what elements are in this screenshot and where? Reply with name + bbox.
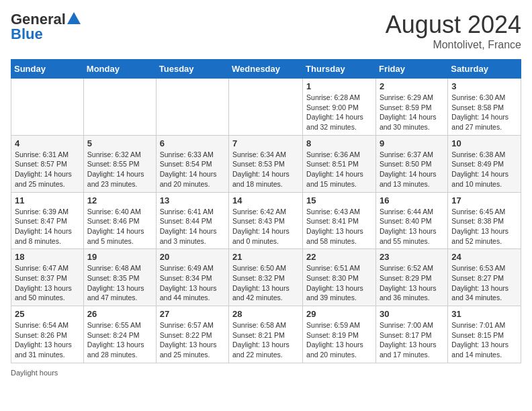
day-info: Sunrise: 6:53 AMSunset: 8:27 PMDaylight:… <box>451 263 517 303</box>
day-info: Sunrise: 6:31 AMSunset: 8:57 PMDaylight:… <box>15 150 80 189</box>
calendar-cell: 13Sunrise: 6:41 AMSunset: 8:44 PMDayligh… <box>156 192 228 249</box>
day-number: 3 <box>451 81 517 91</box>
svg-marker-0 <box>67 12 81 24</box>
calendar-cell: 25Sunrise: 6:54 AMSunset: 8:26 PMDayligh… <box>11 306 84 363</box>
day-info: Sunrise: 6:44 AMSunset: 8:40 PMDaylight:… <box>380 207 444 246</box>
calendar-cell: 5Sunrise: 6:32 AMSunset: 8:55 PMDaylight… <box>83 135 156 192</box>
logo: General Blue <box>11 11 81 43</box>
day-info: Sunrise: 6:34 AMSunset: 8:53 PMDaylight:… <box>232 150 299 189</box>
day-info: Sunrise: 6:42 AMSunset: 8:43 PMDaylight:… <box>232 207 299 246</box>
logo-triangle-icon <box>67 12 81 24</box>
day-info: Sunrise: 6:58 AMSunset: 8:21 PMDaylight:… <box>232 320 299 360</box>
day-info: Sunrise: 6:43 AMSunset: 8:41 PMDaylight:… <box>306 207 372 246</box>
day-header-friday: Friday <box>375 60 447 79</box>
day-number: 10 <box>451 138 517 148</box>
day-number: 16 <box>380 195 444 205</box>
calendar-cell: 15Sunrise: 6:43 AMSunset: 8:41 PMDayligh… <box>303 192 376 249</box>
day-number: 29 <box>306 309 372 319</box>
day-info: Sunrise: 6:48 AMSunset: 8:35 PMDaylight:… <box>87 263 152 303</box>
calendar-cell <box>156 79 228 136</box>
calendar-cell: 16Sunrise: 6:44 AMSunset: 8:40 PMDayligh… <box>375 192 447 249</box>
day-header-thursday: Thursday <box>303 60 376 79</box>
day-info: Sunrise: 6:54 AMSunset: 8:26 PMDaylight:… <box>15 320 80 360</box>
day-info: Sunrise: 6:28 AMSunset: 9:00 PMDaylight:… <box>306 93 372 132</box>
day-header-saturday: Saturday <box>448 60 521 79</box>
calendar-cell: 24Sunrise: 6:53 AMSunset: 8:27 PMDayligh… <box>448 249 521 306</box>
day-info: Sunrise: 6:33 AMSunset: 8:54 PMDaylight:… <box>160 150 225 189</box>
day-number: 20 <box>160 252 225 262</box>
calendar-table: SundayMondayTuesdayWednesdayThursdayFrid… <box>11 59 521 363</box>
calendar-cell: 14Sunrise: 6:42 AMSunset: 8:43 PMDayligh… <box>229 192 303 249</box>
calendar-cell: 9Sunrise: 6:37 AMSunset: 8:50 PMDaylight… <box>375 135 447 192</box>
day-number: 31 <box>451 309 517 319</box>
day-info: Sunrise: 6:55 AMSunset: 8:24 PMDaylight:… <box>87 320 152 360</box>
calendar-cell: 6Sunrise: 6:33 AMSunset: 8:54 PMDaylight… <box>156 135 228 192</box>
day-number: 26 <box>87 309 152 319</box>
calendar-cell: 29Sunrise: 6:59 AMSunset: 8:19 PMDayligh… <box>303 306 376 363</box>
calendar-cell: 28Sunrise: 6:58 AMSunset: 8:21 PMDayligh… <box>229 306 303 363</box>
day-number: 4 <box>15 138 80 148</box>
calendar-cell <box>83 79 156 136</box>
day-number: 13 <box>160 195 225 205</box>
day-header-wednesday: Wednesday <box>229 60 303 79</box>
calendar-cell: 20Sunrise: 6:49 AMSunset: 8:34 PMDayligh… <box>156 249 228 306</box>
day-number: 24 <box>451 252 517 262</box>
day-header-sunday: Sunday <box>11 60 84 79</box>
calendar-cell: 27Sunrise: 6:57 AMSunset: 8:22 PMDayligh… <box>156 306 228 363</box>
day-header-monday: Monday <box>83 60 156 79</box>
day-info: Sunrise: 7:00 AMSunset: 8:17 PMDaylight:… <box>380 320 444 360</box>
day-number: 7 <box>232 138 299 148</box>
logo-blue: Blue <box>11 26 43 43</box>
day-number: 15 <box>306 195 372 205</box>
calendar-cell: 18Sunrise: 6:47 AMSunset: 8:37 PMDayligh… <box>11 249 84 306</box>
calendar-cell: 26Sunrise: 6:55 AMSunset: 8:24 PMDayligh… <box>83 306 156 363</box>
day-info: Sunrise: 6:51 AMSunset: 8:30 PMDaylight:… <box>306 263 372 303</box>
day-number: 1 <box>306 81 372 91</box>
day-info: Sunrise: 6:41 AMSunset: 8:44 PMDaylight:… <box>160 207 225 246</box>
day-info: Sunrise: 6:32 AMSunset: 8:55 PMDaylight:… <box>87 150 152 189</box>
day-info: Sunrise: 6:40 AMSunset: 8:46 PMDaylight:… <box>87 207 152 246</box>
footer: Daylight hours <box>11 369 521 377</box>
day-info: Sunrise: 7:01 AMSunset: 8:15 PMDaylight:… <box>451 320 517 360</box>
calendar-cell: 23Sunrise: 6:52 AMSunset: 8:29 PMDayligh… <box>375 249 447 306</box>
day-number: 17 <box>451 195 517 205</box>
calendar-cell: 17Sunrise: 6:45 AMSunset: 8:38 PMDayligh… <box>448 192 521 249</box>
day-number: 8 <box>306 138 372 148</box>
day-info: Sunrise: 6:49 AMSunset: 8:34 PMDaylight:… <box>160 263 225 303</box>
day-number: 21 <box>232 252 299 262</box>
day-number: 22 <box>306 252 372 262</box>
calendar-cell: 22Sunrise: 6:51 AMSunset: 8:30 PMDayligh… <box>303 249 376 306</box>
day-info: Sunrise: 6:39 AMSunset: 8:47 PMDaylight:… <box>15 207 80 246</box>
day-number: 6 <box>160 138 225 148</box>
day-info: Sunrise: 6:29 AMSunset: 8:59 PMDaylight:… <box>380 93 444 132</box>
day-number: 28 <box>232 309 299 319</box>
month-title: August 2024 <box>386 11 521 39</box>
header: General Blue August 2024 Montolivet, Fra… <box>11 11 521 51</box>
day-info: Sunrise: 6:36 AMSunset: 8:51 PMDaylight:… <box>306 150 372 189</box>
calendar-cell: 4Sunrise: 6:31 AMSunset: 8:57 PMDaylight… <box>11 135 84 192</box>
header-row: SundayMondayTuesdayWednesdayThursdayFrid… <box>11 60 521 79</box>
day-number: 25 <box>15 309 80 319</box>
day-header-tuesday: Tuesday <box>156 60 228 79</box>
day-info: Sunrise: 6:47 AMSunset: 8:37 PMDaylight:… <box>15 263 80 303</box>
day-info: Sunrise: 6:38 AMSunset: 8:49 PMDaylight:… <box>451 150 517 189</box>
day-info: Sunrise: 6:52 AMSunset: 8:29 PMDaylight:… <box>380 263 444 303</box>
week-row-3: 11Sunrise: 6:39 AMSunset: 8:47 PMDayligh… <box>11 192 521 249</box>
day-info: Sunrise: 6:30 AMSunset: 8:58 PMDaylight:… <box>451 93 517 132</box>
calendar-cell: 30Sunrise: 7:00 AMSunset: 8:17 PMDayligh… <box>375 306 447 363</box>
week-row-4: 18Sunrise: 6:47 AMSunset: 8:37 PMDayligh… <box>11 249 521 306</box>
day-info: Sunrise: 6:50 AMSunset: 8:32 PMDaylight:… <box>232 263 299 303</box>
calendar-cell: 8Sunrise: 6:36 AMSunset: 8:51 PMDaylight… <box>303 135 376 192</box>
calendar-cell: 1Sunrise: 6:28 AMSunset: 9:00 PMDaylight… <box>303 79 376 136</box>
calendar-cell: 21Sunrise: 6:50 AMSunset: 8:32 PMDayligh… <box>229 249 303 306</box>
week-row-2: 4Sunrise: 6:31 AMSunset: 8:57 PMDaylight… <box>11 135 521 192</box>
day-number: 5 <box>87 138 152 148</box>
day-number: 19 <box>87 252 152 262</box>
day-number: 2 <box>380 81 444 91</box>
day-info: Sunrise: 6:59 AMSunset: 8:19 PMDaylight:… <box>306 320 372 360</box>
day-info: Sunrise: 6:37 AMSunset: 8:50 PMDaylight:… <box>380 150 444 189</box>
calendar-cell <box>11 79 84 136</box>
location: Montolivet, France <box>386 39 521 51</box>
calendar-cell: 2Sunrise: 6:29 AMSunset: 8:59 PMDaylight… <box>375 79 447 136</box>
day-number: 12 <box>87 195 152 205</box>
